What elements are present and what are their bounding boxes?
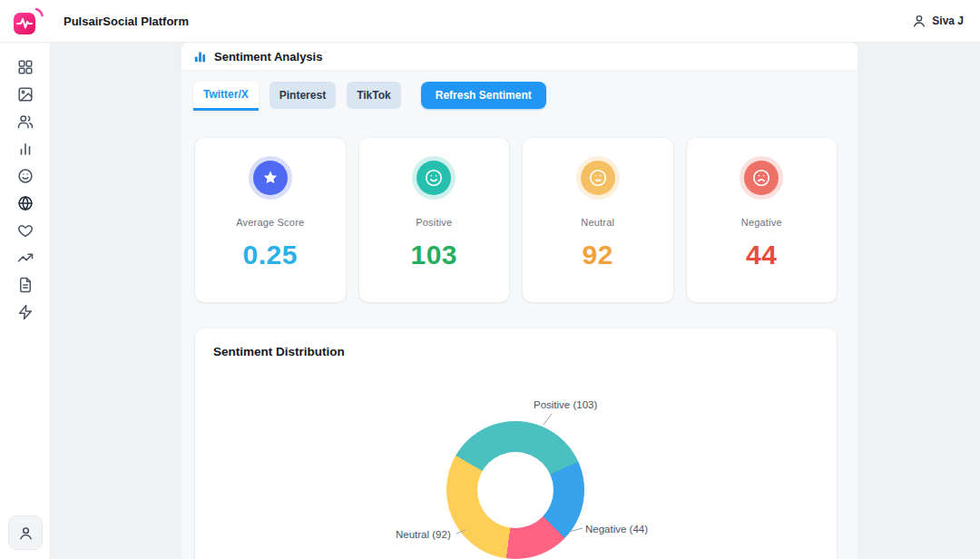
lightning-icon: [17, 304, 34, 320]
sidebar-item-audience[interactable]: [14, 111, 37, 132]
pulse-logo-icon: [11, 5, 44, 37]
chart-label-positive: Positive (103): [534, 399, 597, 410]
sidebar-item-media[interactable]: [14, 83, 37, 105]
user-menu[interactable]: Siva J: [912, 0, 964, 42]
sidebar-item-dashboard[interactable]: [14, 56, 37, 78]
stat-value: 92: [523, 240, 673, 270]
trending-up-icon: [17, 250, 34, 266]
stat-card-average-score: Average Score 0.25: [195, 138, 346, 302]
stat-label: Positive: [359, 217, 510, 228]
smiley-icon: [17, 168, 34, 184]
platform-tabs: Twitter/X Pinterest TikTok Refresh Senti…: [193, 82, 546, 111]
sad-face-icon: [744, 161, 779, 195]
bar-chart-icon: [17, 141, 34, 157]
smile-face-icon: [416, 161, 451, 195]
sidebar-item-reports[interactable]: [14, 274, 37, 296]
refresh-sentiment-button[interactable]: Refresh Sentiment: [421, 82, 546, 109]
user-icon: [912, 14, 926, 28]
app-title: PulsairSocial Platform: [64, 15, 189, 28]
sentiment-donut: [446, 421, 584, 559]
sidebar: [0, 43, 51, 559]
sentiment-donut-chart: Positive (103) Negative (44) Neutral (92…: [195, 329, 837, 559]
stat-label: Negative: [687, 217, 838, 228]
chart-icon: [193, 50, 207, 64]
panel-title: Sentiment Analysis: [214, 50, 322, 64]
stat-label: Average Score: [195, 217, 346, 228]
users-icon: [17, 113, 34, 130]
app-header: PulsairSocial Platform Siva J: [0, 0, 980, 43]
image-icon: [17, 86, 34, 103]
chart-label-neutral: Neutral (92): [396, 529, 451, 540]
sentiment-panel-header: Sentiment Analysis: [181, 43, 858, 70]
sidebar-item-sentiment[interactable]: [14, 165, 37, 187]
sentiment-panel: Sentiment Analysis Twitter/X Pinterest T…: [181, 43, 858, 559]
sidebar-item-favorites[interactable]: [14, 220, 37, 241]
stat-card-negative: Negative 44: [687, 138, 838, 302]
sidebar-item-automation[interactable]: [14, 301, 37, 323]
dashboard-icon: [17, 59, 34, 75]
app-logo: [11, 5, 44, 37]
sidebar-item-web[interactable]: [14, 192, 37, 214]
stat-value: 103: [359, 240, 510, 270]
heart-icon: [17, 222, 34, 239]
sidebar-item-analytics[interactable]: [14, 138, 37, 160]
neutral-face-icon: [581, 161, 615, 195]
profile-icon: [18, 525, 34, 541]
sentiment-stats: Average Score 0.25 Positive 103: [195, 138, 837, 302]
stat-card-positive: Positive 103: [359, 138, 510, 302]
tab-pinterest[interactable]: Pinterest: [270, 82, 336, 109]
tab-twitter-x[interactable]: Twitter/X: [193, 82, 259, 111]
stat-value: 44: [687, 240, 838, 270]
globe-icon: [17, 195, 34, 211]
sentiment-distribution-card: Sentiment Distribution Positive (103) Ne…: [195, 329, 837, 559]
document-icon: [17, 277, 34, 293]
main-content: Sentiment Analysis Twitter/X Pinterest T…: [51, 43, 980, 559]
star-icon: [253, 161, 288, 195]
chart-label-negative: Negative (44): [585, 524, 648, 534]
stat-label: Neutral: [523, 217, 673, 228]
sidebar-profile-button[interactable]: [8, 515, 43, 550]
sidebar-item-trends[interactable]: [14, 247, 37, 269]
stat-value: 0.25: [195, 240, 346, 270]
user-name: Siva J: [932, 15, 964, 27]
stat-card-neutral: Neutral 92: [523, 138, 673, 302]
tab-tiktok[interactable]: TikTok: [347, 82, 401, 109]
